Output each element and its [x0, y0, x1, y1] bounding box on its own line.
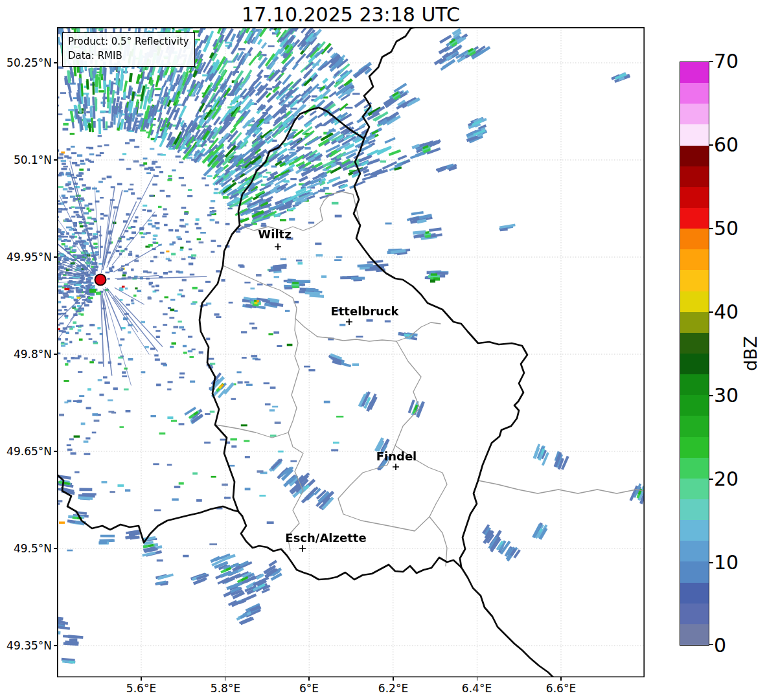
radar-figure: 17.10.2025 23:18 UTC Product: 0.5° Refle…: [0, 0, 767, 700]
tick-mark: [54, 159, 57, 161]
colorbar-band: [680, 437, 709, 458]
colorbar-band: [680, 499, 709, 520]
tick-mark: [54, 451, 57, 452]
colorbar-band: [680, 124, 709, 145]
colorbar-band: [680, 312, 709, 333]
colorbar-band: [680, 62, 709, 83]
colorbar-tick-label: 40: [714, 301, 766, 323]
tick-mark: [393, 677, 394, 681]
tick-mark: [560, 677, 562, 681]
colorbar-band: [680, 146, 709, 166]
y-axis-tick-label: 49.65°N: [0, 444, 52, 458]
colorbar-band: [680, 208, 709, 229]
colorbar-band: [680, 291, 709, 312]
colorbar-band: [680, 395, 709, 416]
colorbar-band: [680, 541, 709, 561]
colorbar-band: [680, 270, 709, 291]
colorbar-tick-label: 70: [714, 51, 766, 73]
colorbar: [680, 62, 709, 646]
tick-mark: [709, 644, 713, 646]
y-axis-tick-label: 50.25°N: [0, 56, 52, 70]
tick-mark: [709, 479, 713, 480]
colorbar-band: [680, 479, 709, 499]
colorbar-tick-label: 10: [714, 552, 766, 574]
tick-mark: [54, 354, 57, 355]
colorbar-tick-label: 0: [714, 635, 766, 657]
y-axis-tick-label: 49.5°N: [0, 541, 52, 556]
tick-mark: [54, 645, 57, 646]
x-axis-tick-label: 6.2°E: [361, 681, 426, 695]
tick-mark: [709, 61, 713, 62]
y-axis-tick-label: 49.35°N: [0, 638, 52, 653]
colorbar-band: [680, 166, 709, 187]
x-axis-tick-label: 5.6°E: [109, 681, 174, 695]
colorbar-band: [680, 520, 709, 541]
x-axis-tick-label: 6.4°E: [444, 681, 509, 695]
x-axis-tick-label: 5.8°E: [193, 681, 258, 695]
colorbar-band: [680, 561, 709, 582]
colorbar-band: [680, 354, 709, 374]
colorbar-band: [680, 624, 709, 645]
colorbar-band: [680, 583, 709, 604]
colorbar-band: [680, 104, 709, 124]
colorbar-band: [680, 416, 709, 436]
colorbar-tick-label: 50: [714, 218, 766, 240]
tick-mark: [709, 311, 713, 313]
colorbar-tick-label: 60: [714, 134, 766, 156]
tick-mark: [141, 677, 142, 681]
colorbar-axis-label: dBZ: [731, 331, 767, 376]
city-label-ettelbruck: Ettelbruck: [330, 304, 398, 318]
radar-map-canvas: [57, 27, 645, 677]
tick-mark: [54, 256, 57, 258]
product-label: Product: 0.5° Reflectivity: [68, 35, 189, 49]
city-label-wiltz: Wiltz: [258, 227, 291, 241]
product-info-box: Product: 0.5° Reflectivity Data: RMIB: [62, 32, 195, 67]
data-source-label: Data: RMIB: [68, 49, 189, 63]
colorbar-tick-label: 20: [714, 468, 766, 490]
colorbar-band: [680, 187, 709, 208]
tick-mark: [225, 677, 226, 681]
city-label-esch-alzette: Esch/Alzette: [285, 531, 366, 545]
tick-mark: [308, 677, 310, 681]
tick-mark: [709, 395, 713, 396]
city-label-findel: Findel: [376, 449, 417, 463]
colorbar-band: [680, 458, 709, 479]
x-axis-tick-label: 6.6°E: [529, 681, 593, 695]
colorbar-band: [680, 604, 709, 624]
colorbar-band: [680, 229, 709, 249]
colorbar-tick-label: 30: [714, 385, 766, 407]
colorbar-band: [680, 333, 709, 354]
colorbar-band: [680, 83, 709, 104]
y-axis-tick-label: 49.8°N: [0, 347, 52, 361]
x-axis-tick-label: 6°E: [277, 681, 341, 695]
colorbar-band: [680, 374, 709, 395]
tick-mark: [54, 548, 57, 549]
tick-mark: [709, 144, 713, 146]
map-plot-area: Product: 0.5° Reflectivity Data: RMIB Wi…: [57, 27, 645, 677]
tick-mark: [709, 562, 713, 563]
tick-mark: [709, 228, 713, 229]
y-axis-tick-label: 49.95°N: [0, 250, 52, 264]
tick-mark: [477, 677, 478, 681]
plot-title: 17.10.2025 23:18 UTC: [57, 4, 645, 26]
colorbar-band: [680, 249, 709, 270]
y-axis-tick-label: 50.1°N: [0, 153, 52, 167]
tick-mark: [54, 62, 57, 63]
